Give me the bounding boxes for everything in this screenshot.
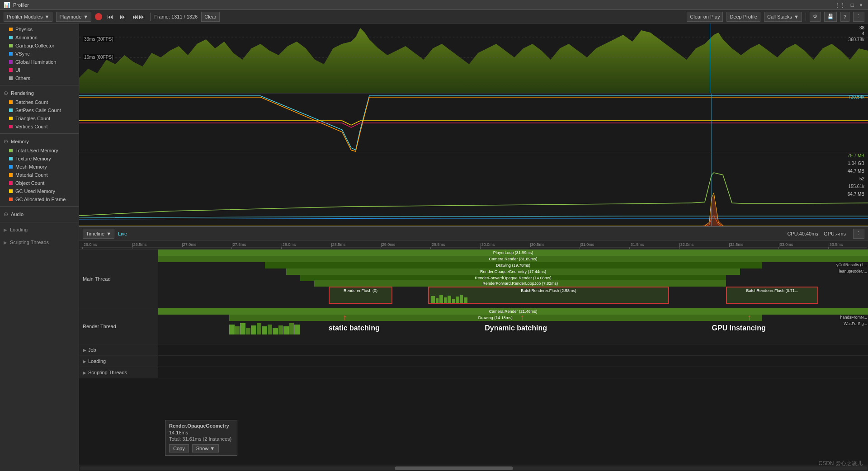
drawing-rt-block[interactable]: Drawing (14.18ms)	[229, 315, 762, 321]
sidebar-item-batches[interactable]: Batches Count	[0, 98, 79, 106]
close-button[interactable]: ×	[858, 2, 864, 8]
vsync-color-dot	[9, 52, 13, 56]
job-content[interactable]	[158, 344, 868, 355]
memory-section-header[interactable]: ⊙ Memory	[0, 137, 79, 146]
sidebar-item-animation[interactable]: Animation	[0, 33, 79, 42]
drawing-label: Drawing (19.78ms)	[496, 263, 530, 268]
total-mem-dot	[9, 149, 13, 152]
save-button[interactable]: 💾	[824, 12, 837, 22]
tooltip-total: Total: 31.61ms (2 Instances)	[169, 436, 233, 442]
separator-1	[150, 13, 151, 21]
main-thread-label[interactable]: Main Thread	[79, 250, 158, 308]
sidebar-item-vertices[interactable]: Vertices Count	[0, 122, 79, 131]
mem-val4: 52	[848, 176, 864, 181]
svg-text:|28.0ms: |28.0ms	[282, 242, 296, 247]
timeline-mode-dropdown[interactable]: Timeline ▼	[83, 229, 114, 239]
tooltip-copy-btn[interactable]: Copy	[169, 444, 189, 452]
render-loop-block[interactable]: RenderForward.RenderLoopJob (7.82ms)	[314, 280, 726, 287]
title-bar-title: Profiler	[13, 2, 29, 8]
sidebar-item-setpass[interactable]: SetPass Calls Count	[0, 106, 79, 114]
sidebar-item-physics[interactable]: Physics	[0, 25, 79, 33]
tooltip-show-btn[interactable]: Show ▼	[192, 444, 219, 452]
main-thread-content[interactable]: PlayerLoop (31.99ms) Camera.Render (31.8…	[158, 250, 868, 308]
sidebar-item-texture-mem[interactable]: Texture Memory	[0, 155, 79, 163]
job-label[interactable]: ▶ Job	[79, 344, 158, 355]
memory-chart[interactable]: 79.7 MB 1.04 GB 44.7 MB 52 155.61k 64.7 …	[79, 152, 868, 227]
cpu-chart-values: 38 4 360.78k	[848, 25, 864, 42]
sidebar-item-vsync[interactable]: VSync	[0, 50, 79, 58]
svg-text:|31.0ms: |31.0ms	[580, 242, 594, 247]
job-expand-icon: ▶	[83, 348, 86, 353]
audio-section-header[interactable]: ⊙ Audio	[0, 209, 79, 219]
loading-track-label[interactable]: ▶ Loading	[79, 356, 158, 367]
profiler-modules-label: Profiler Modules	[7, 14, 42, 19]
menu-button[interactable]: ⋮⋮	[833, 2, 847, 8]
sidebar-item-triangles[interactable]: Triangles Count	[0, 114, 79, 122]
sidebar-item-ui[interactable]: UI	[0, 66, 79, 74]
svg-rect-40	[395, 466, 513, 470]
mem-val3: 44.7 MB	[848, 169, 864, 174]
scripting-track-label[interactable]: ▶ Scripting Threads	[79, 367, 158, 378]
more-options-button[interactable]: ⋮	[853, 12, 864, 22]
sidebar-item-mesh-mem[interactable]: Mesh Memory	[0, 163, 79, 171]
sidebar-item-gi[interactable]: Global Illumination	[0, 58, 79, 66]
call-stacks-arrow-icon: ▼	[794, 14, 799, 19]
ui-color-dot	[9, 68, 13, 72]
timeline-scrollbar[interactable]	[79, 465, 868, 471]
next-frame-button[interactable]: ⏭	[118, 13, 127, 20]
timeline-area: Timeline ▼ Live CPU:40.40ms GPU:--ms ⋮	[79, 227, 868, 471]
maximize-button[interactable]: □	[849, 2, 856, 8]
record-button[interactable]	[95, 13, 102, 20]
rendering-section-header[interactable]: ⊙ Rendering	[0, 88, 79, 98]
render-thread-content[interactable]: Camera.Render (21.46ms) Drawing (14.18ms…	[158, 308, 868, 344]
prev-frame-button[interactable]: ⏮	[106, 13, 115, 20]
render-thread-track: Render Thread Camera.Render (21.46ms) Dr…	[79, 308, 868, 344]
renderer-flush-block[interactable]: Renderer.Flush (0)	[329, 287, 392, 304]
render-opaque-block[interactable]: Render.OpaqueGeometry (17.44ms)	[286, 268, 741, 275]
deep-profile-button[interactable]: Deep Profile	[726, 12, 760, 22]
help-button[interactable]: ?	[840, 12, 849, 22]
others-label: Others	[15, 75, 30, 81]
scripting-content[interactable]	[158, 367, 868, 378]
sidebar-item-others[interactable]: Others	[0, 74, 79, 82]
sidebar-item-gc-alloc[interactable]: GC Allocated In Frame	[0, 195, 79, 203]
render-thread-label[interactable]: Render Thread	[79, 308, 158, 344]
sidebar-item-total-mem[interactable]: Total Used Memory	[0, 146, 79, 155]
loading-section-header[interactable]: ▶ Loading	[0, 225, 79, 234]
clear-button[interactable]: Clear	[201, 12, 219, 22]
batch-renderer-flush-block-3[interactable]: BatchRenderer.Flush (0.71...	[726, 287, 818, 304]
settings-button[interactable]: ⚙	[810, 12, 821, 22]
timeline-options-button[interactable]: ⋮	[853, 229, 864, 239]
main-thread-text: Main Thread	[83, 276, 111, 282]
cleanup-label: leanupNodeC...	[838, 268, 868, 274]
last-frame-button[interactable]: ⏭⏭	[131, 13, 146, 20]
cpu-chart[interactable]: 33ms (30FPS) 16ms (60FPS)	[79, 24, 868, 94]
rendering-chart[interactable]: 720.54k	[79, 94, 868, 152]
rendering-header-label: Rendering	[11, 90, 34, 96]
sidebar-item-material[interactable]: Material Count	[0, 171, 79, 179]
batch-renderer-flush-block[interactable]: BatchRenderer.Flush (2.58ms)	[428, 287, 670, 304]
call-stacks-dropdown[interactable]: Call Stacks ▼	[764, 12, 802, 22]
profiler-modules-dropdown[interactable]: Profiler Modules ▼	[4, 12, 52, 22]
camera-render-rt-label: Camera.Render (21.46ms)	[489, 309, 537, 314]
playmode-dropdown[interactable]: Playmode ▼	[56, 12, 91, 22]
player-loop-block[interactable]: PlayerLoop (31.99ms)	[158, 250, 868, 256]
content-area: 33ms (30FPS) 16ms (60FPS)	[79, 24, 868, 471]
sidebar-item-gc-used[interactable]: GC Used Memory	[0, 187, 79, 195]
clear-on-play-button[interactable]: Clear on Play	[687, 12, 723, 22]
sidebar-item-gc[interactable]: GarbageCollector	[0, 42, 79, 50]
divider-4	[0, 222, 79, 222]
sidebar-item-object[interactable]: Object Count	[0, 179, 79, 187]
audio-section-icon: ⊙	[4, 211, 8, 217]
tooltip-value: 14.18ms	[169, 430, 233, 435]
loading-content[interactable]	[158, 356, 868, 367]
drawing-block[interactable]: Drawing (19.78ms)	[265, 262, 762, 268]
scripting-header-label: Scripting Threads	[10, 240, 49, 245]
scripting-section-header[interactable]: ▶ Scripting Threads	[0, 238, 79, 247]
camera-render-block[interactable]: Camera.Render (31.89ms)	[158, 256, 868, 262]
tooltip-title: Render.OpaqueGeometry	[169, 423, 233, 429]
svg-text:|28.5ms: |28.5ms	[331, 242, 346, 247]
batches-label: Batches Count	[15, 99, 48, 105]
camera-render-rt-block[interactable]: Camera.Render (21.46ms)	[158, 308, 868, 315]
timeline-stats: CPU:40.40ms GPU:--ms	[787, 231, 846, 236]
